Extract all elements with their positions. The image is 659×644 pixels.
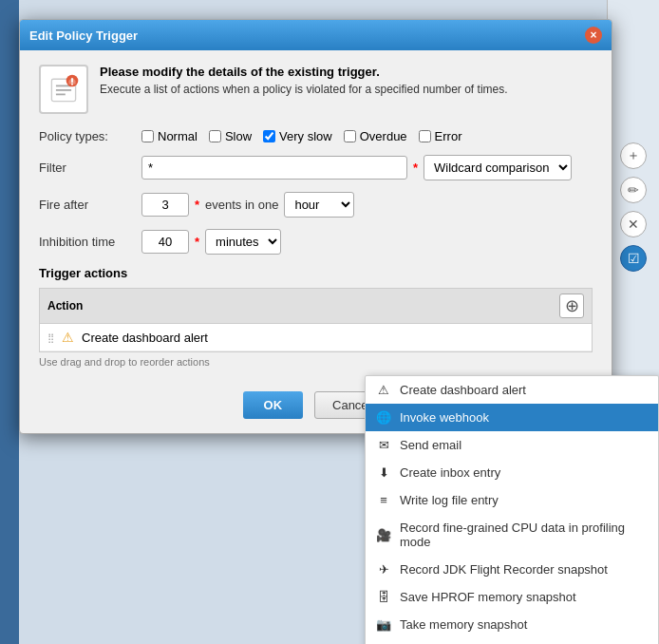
write-log-menu-label: Write log file entry: [400, 493, 499, 507]
info-box: Please modify the details of the existin…: [39, 65, 593, 114]
hprof-snapshot-menu-label: Save HPROF memory snapshot: [400, 590, 576, 604]
add-action-button[interactable]: ⊕: [559, 294, 584, 318]
slow-checkbox[interactable]: [209, 130, 221, 142]
fire-after-inputs: * events in one hour minute day: [141, 192, 354, 218]
fire-after-value-input[interactable]: [141, 193, 189, 217]
flight-recorder-menu-icon: ✈: [375, 562, 392, 577]
action-label: Create dashboard alert: [82, 331, 208, 345]
checkbox-slow: Slow: [209, 129, 252, 143]
actions-table-header: Action ⊕: [40, 289, 592, 324]
inhibition-time-row: Inhibition time * minutes hours: [39, 229, 593, 255]
error-label: Error: [435, 129, 462, 143]
create-inbox-entry-menu-label: Create inbox entry: [400, 465, 500, 480]
check-icon[interactable]: ☑: [620, 245, 647, 272]
policy-types-label: Policy types:: [39, 129, 134, 143]
add-icon[interactable]: ＋: [620, 142, 647, 169]
action-dropdown-menu: ⚠ Create dashboard alert 🌐 Invoke webhoo…: [365, 375, 659, 644]
time-unit-select[interactable]: hour minute day: [284, 192, 354, 218]
slow-label: Slow: [225, 129, 252, 143]
checkbox-veryslow: Very slow: [263, 129, 332, 143]
menu-item-memory-snapshot[interactable]: 📷 Take memory snapshot: [366, 611, 658, 638]
fire-after-required-star: *: [195, 198, 199, 212]
menu-item-record-cpu[interactable]: 🎥 Record fine-grained CPU data in profil…: [366, 514, 658, 556]
dialog-body: Please modify the details of the existin…: [20, 50, 612, 382]
wildcard-comparison-select[interactable]: Wildcard comparison Exact match Regex: [424, 155, 572, 180]
inhibition-value-input[interactable]: [141, 230, 189, 254]
table-row: ⣿ ⚠ Create dashboard alert: [40, 324, 592, 351]
checkbox-error: Error: [419, 129, 462, 143]
filter-inputs: * Wildcard comparison Exact match Regex: [141, 155, 572, 180]
invoke-webhook-menu-icon: 🌐: [375, 410, 392, 425]
menu-item-hprof-snapshot[interactable]: 🗄 Save HPROF memory snapshot: [366, 583, 658, 611]
ok-button[interactable]: OK: [243, 391, 304, 419]
dashboard-alert-menu-icon: ⚠: [375, 383, 392, 397]
filter-input[interactable]: [141, 156, 407, 180]
veryslow-label: Very slow: [279, 129, 332, 143]
memory-snapshot-menu-icon: 📷: [375, 617, 392, 632]
menu-item-write-log[interactable]: ≡ Write log file entry: [366, 486, 658, 514]
drag-handle-icon[interactable]: ⣿: [47, 332, 54, 343]
edit-icon[interactable]: ✏: [620, 177, 647, 203]
send-email-menu-label: Send email: [400, 438, 461, 452]
filter-label: Filter: [39, 161, 134, 175]
fire-after-row: Fire after * events in one hour minute d…: [39, 192, 593, 218]
inhibition-required-star: *: [195, 235, 199, 249]
dialog-title: Edit Policy Trigger: [29, 28, 138, 43]
policy-types-row: Policy types: Normal Slow Very slow Over…: [39, 129, 593, 143]
inhibition-label: Inhibition time: [39, 235, 134, 249]
menu-item-invoke-webhook[interactable]: 🌐 Invoke webhook: [366, 404, 658, 431]
memory-snapshot-menu-label: Take memory snapshot: [400, 617, 527, 632]
hprof-snapshot-menu-icon: 🗄: [375, 590, 392, 604]
svg-rect-6: [71, 84, 73, 85]
svg-rect-5: [71, 78, 73, 83]
inhibition-inputs: * minutes hours: [141, 229, 281, 255]
info-icon-container: [39, 65, 88, 114]
action-col-label: Action: [47, 299, 83, 313]
veryslow-checkbox[interactable]: [263, 130, 275, 142]
menu-item-send-email[interactable]: ✉ Send email: [366, 431, 658, 459]
normal-checkbox[interactable]: [141, 130, 154, 142]
menu-item-dashboard-alert[interactable]: ⚠ Create dashboard alert: [366, 376, 658, 404]
overdue-label: Overdue: [360, 129, 407, 143]
normal-label: Normal: [158, 129, 198, 143]
filter-required-star: *: [413, 161, 418, 175]
checkbox-normal: Normal: [141, 129, 198, 143]
menu-item-create-inbox-entry[interactable]: ⬇ Create inbox entry: [366, 459, 658, 486]
checkbox-overdue: Overdue: [344, 129, 407, 143]
close-button[interactable]: ×: [585, 27, 602, 44]
dashboard-alert-menu-label: Create dashboard alert: [400, 383, 526, 397]
inhibition-unit-select[interactable]: minutes hours: [205, 229, 281, 255]
menu-item-thread-dump[interactable]: 📄 Save thread dump: [366, 638, 658, 644]
record-cpu-menu-icon: 🎥: [375, 528, 392, 542]
fire-after-label: Fire after: [39, 198, 134, 212]
info-heading: Please modify the details of the existin…: [100, 65, 508, 79]
edit-policy-trigger-dialog: Edit Policy Trigger × Please modify the …: [19, 19, 612, 434]
events-in-one-text: events in one: [205, 198, 278, 212]
create-inbox-entry-menu-icon: ⬇: [375, 465, 392, 480]
invoke-webhook-menu-label: Invoke webhook: [400, 410, 489, 425]
filter-row: Filter * Wildcard comparison Exact match…: [39, 155, 593, 180]
menu-item-flight-recorder[interactable]: ✈ Record JDK Flight Recorder snapshot: [366, 556, 658, 583]
info-body: Execute a list of actions when a policy …: [100, 83, 508, 96]
policy-types-checkboxes: Normal Slow Very slow Overdue Error: [141, 129, 462, 143]
send-email-menu-icon: ✉: [375, 438, 392, 452]
record-cpu-menu-label: Record fine-grained CPU data in profilin…: [400, 521, 649, 549]
error-checkbox[interactable]: [419, 130, 431, 142]
write-log-menu-icon: ≡: [375, 493, 392, 507]
trigger-actions-label: Trigger actions: [39, 266, 593, 280]
sidebar: [0, 0, 19, 644]
actions-table-container: Action ⊕ ⣿ ⚠ Create dashboard alert: [39, 288, 593, 352]
info-text: Please modify the details of the existin…: [100, 65, 508, 96]
flight-recorder-menu-label: Record JDK Flight Recorder snapshot: [400, 562, 608, 577]
policy-trigger-icon: [47, 72, 81, 106]
delete-icon[interactable]: ✕: [620, 211, 647, 237]
drag-hint: Use drag and drop to reorder actions: [39, 356, 593, 368]
overdue-checkbox[interactable]: [344, 130, 356, 142]
dashboard-alert-icon: ⚠: [62, 330, 74, 345]
dialog-titlebar: Edit Policy Trigger ×: [20, 20, 612, 50]
